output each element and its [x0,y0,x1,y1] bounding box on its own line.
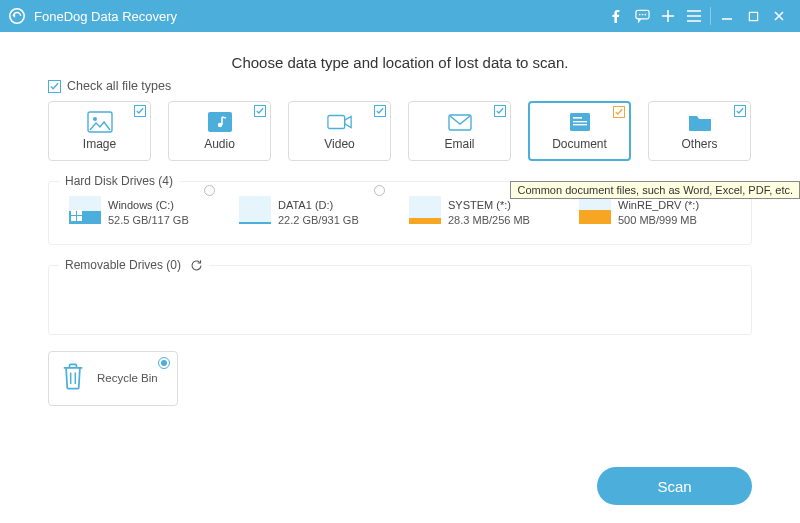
drive-item[interactable]: SYSTEM (*:)28.3 MB/256 MB [409,196,561,228]
drive-size: 22.2 GB/931 GB [278,213,359,228]
recycle-bin-radio[interactable] [158,357,170,369]
svg-point-3 [638,14,640,16]
facebook-icon[interactable] [603,0,629,32]
drive-name: SYSTEM (*:) [448,198,530,213]
drive-icon [409,196,441,224]
refresh-button[interactable] [184,258,209,276]
drive-text: Windows (C:)52.5 GB/117 GB [108,196,189,228]
type-card-video[interactable]: Video [288,101,391,161]
svg-point-4 [641,14,643,16]
drive-size: 28.3 MB/256 MB [448,213,530,228]
check-icon [734,105,746,117]
hdd-section-title: Hard Disk Drives (4) [59,174,179,188]
check-icon [254,105,266,117]
drive-radio[interactable] [374,185,385,196]
app-title: FoneDog Data Recovery [34,9,177,24]
drive-name: DATA1 (D:) [278,198,359,213]
recycle-bin-label: Recycle Bin [97,372,158,384]
drive-name: Windows (C:) [108,198,189,213]
menu-icon[interactable] [681,0,707,32]
separator [710,7,711,25]
maximize-button[interactable] [740,0,766,32]
svg-rect-15 [573,121,587,122]
document-tooltip: Common document files, such as Word, Exc… [510,181,800,199]
svg-point-8 [93,117,97,121]
check-all-checkbox[interactable] [48,80,61,93]
feedback-icon[interactable] [629,0,655,32]
recycle-bin-card[interactable]: Recycle Bin [48,351,178,406]
svg-point-0 [10,9,24,23]
title-bar: FoneDog Data Recovery [0,0,800,32]
drive-item[interactable]: DATA1 (D:)22.2 GB/931 GB [239,196,391,228]
type-card-audio[interactable]: Audio [168,101,271,161]
drive-icon [579,196,611,224]
type-label: Document [552,137,607,151]
svg-rect-11 [327,116,344,129]
app-logo-icon [8,7,26,25]
check-icon [134,105,146,117]
recycle-bin-icon [59,361,87,395]
type-card-document[interactable]: Document [528,101,631,161]
svg-point-10 [217,123,221,127]
drive-name: WinRE_DRV (*:) [618,198,699,213]
svg-rect-18 [77,210,82,215]
close-button[interactable] [766,0,792,32]
drive-icon [239,196,271,224]
image-icon [87,111,113,133]
scan-button[interactable]: Scan [597,467,752,505]
drive-text: SYSTEM (*:)28.3 MB/256 MB [448,196,530,228]
audio-icon [207,111,233,133]
minimize-button[interactable] [714,0,740,32]
type-card-others[interactable]: Others [648,101,751,161]
check-icon [613,106,625,118]
drive-item[interactable]: WinRE_DRV (*:)500 MB/999 MB [579,196,731,228]
check-all-types[interactable]: Check all file types [48,79,752,93]
svg-point-5 [644,14,646,16]
svg-rect-20 [77,216,82,221]
drive-text: DATA1 (D:)22.2 GB/931 GB [278,196,359,228]
svg-rect-16 [573,124,587,125]
type-label: Others [681,137,717,151]
svg-rect-6 [749,12,757,20]
removable-section: Removable Drives (0) [48,265,752,335]
drive-item[interactable]: Windows (C:)52.5 GB/117 GB [69,196,221,228]
removable-section-title: Removable Drives (0) [59,258,187,272]
check-all-label: Check all file types [67,79,171,93]
svg-rect-14 [573,117,582,119]
type-label: Email [444,137,474,151]
type-card-email[interactable]: Email [408,101,511,161]
type-label: Image [83,137,116,151]
drive-radio[interactable] [204,185,215,196]
type-label: Video [324,137,354,151]
email-icon [447,111,473,133]
folder-icon [687,111,713,133]
add-icon[interactable] [655,0,681,32]
type-card-image[interactable]: Image [48,101,151,161]
svg-rect-17 [71,210,76,215]
drive-text: WinRE_DRV (*:)500 MB/999 MB [618,196,699,228]
type-label: Audio [204,137,235,151]
drive-size: 52.5 GB/117 GB [108,213,189,228]
drives-row: Windows (C:)52.5 GB/117 GBDATA1 (D:)22.2… [69,196,731,228]
file-type-row: Image Audio Video Email [48,101,752,161]
drive-icon [69,196,101,224]
svg-rect-19 [71,216,76,221]
check-icon [494,105,506,117]
svg-rect-9 [208,112,232,132]
page-headline: Choose data type and location of lost da… [48,54,752,71]
check-icon [374,105,386,117]
document-icon [567,111,593,133]
drive-size: 500 MB/999 MB [618,213,699,228]
video-icon [327,111,353,133]
